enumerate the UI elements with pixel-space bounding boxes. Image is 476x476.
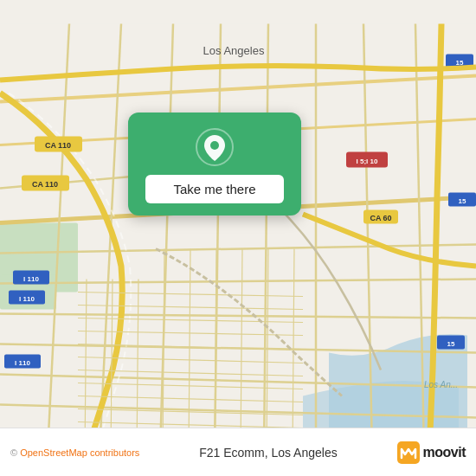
svg-text:I 110: I 110 [15, 359, 30, 367]
location-title: F21 Ecomm, Los Angeles [199, 446, 338, 460]
map-container: CA 110 CA 110 I 110 I 110 I 110 15 15 I … [0, 0, 476, 476]
svg-text:15: 15 [447, 340, 455, 348]
svg-text:15: 15 [456, 59, 464, 67]
svg-text:15: 15 [459, 197, 466, 205]
svg-text:I 5;I 10: I 5;I 10 [357, 158, 378, 165]
svg-text:I 110: I 110 [19, 295, 35, 303]
popup-card: Take me there [128, 113, 301, 215]
osm-link[interactable]: OpenStreetMap contributors [20, 447, 139, 458]
svg-text:Los Angeles: Los Angeles [203, 44, 265, 57]
map-svg: CA 110 CA 110 I 110 I 110 I 110 15 15 I … [0, 0, 476, 476]
location-pin-icon [196, 128, 234, 166]
moovit-icon [397, 441, 420, 464]
copyright-symbol: © [10, 447, 17, 458]
svg-text:CA 110: CA 110 [32, 180, 58, 189]
take-me-there-button[interactable]: Take me there [145, 175, 284, 203]
svg-point-65 [210, 141, 219, 150]
svg-text:CA 110: CA 110 [45, 141, 71, 150]
svg-text:CA 60: CA 60 [370, 214, 391, 222]
svg-text:Los An...: Los An... [424, 380, 458, 389]
moovit-text: moovit [423, 445, 466, 460]
attribution: © OpenStreetMap contributors [10, 447, 139, 458]
moovit-logo: moovit [397, 441, 466, 464]
svg-text:I 110: I 110 [23, 275, 39, 283]
bottom-bar: © OpenStreetMap contributors F21 Ecomm, … [0, 428, 476, 476]
